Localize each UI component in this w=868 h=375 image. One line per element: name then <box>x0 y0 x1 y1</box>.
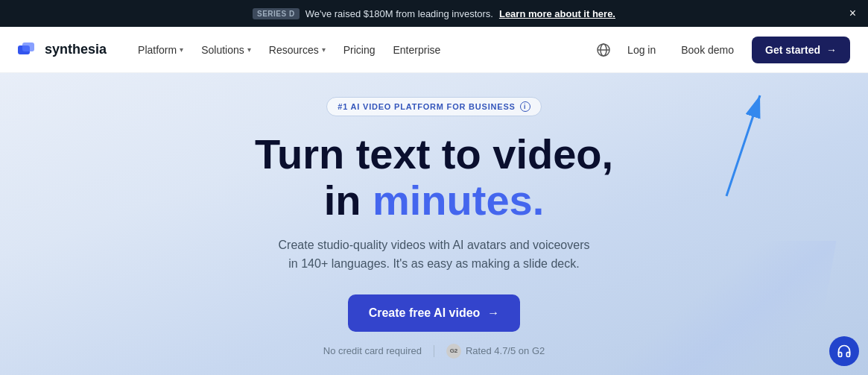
hero-badge: #1 AI VIDEO PLATFORM FOR BUSINESS i <box>326 97 541 116</box>
banner-text: We've raised $180M from leading investor… <box>305 8 493 19</box>
nav-item-resources[interactable]: Resources ▾ <box>262 38 333 62</box>
chat-support-button[interactable] <box>829 336 859 366</box>
svg-rect-1 <box>22 42 34 51</box>
g2-badge: G2 Rated 4.7/5 on G2 <box>446 344 545 359</box>
logo[interactable]: synthesia <box>18 42 107 57</box>
chevron-down-icon: ▾ <box>322 45 326 54</box>
logo-text: synthesia <box>45 42 107 57</box>
g2-logo: G2 <box>446 344 461 359</box>
banner-link[interactable]: Learn more about it here. <box>499 8 615 19</box>
series-badge: SERIES D <box>253 8 300 19</box>
hero-subtitle: Create studio-quality videos with AI ava… <box>278 236 591 274</box>
hero-section: #1 AI VIDEO PLATFORM FOR BUSINESS i Turn… <box>0 73 868 375</box>
hero-social-proof: No credit card required G2 Rated 4.7/5 o… <box>323 344 545 359</box>
hero-cta-button[interactable]: Create free AI video → <box>348 294 521 332</box>
chevron-down-icon: ▾ <box>180 45 183 54</box>
nav-item-platform[interactable]: Platform ▾ <box>130 38 191 62</box>
info-icon[interactable]: i <box>520 101 530 112</box>
nav-links: Platform ▾ Solutions ▾ Resources ▾ Prici… <box>130 38 596 62</box>
chevron-down-icon: ▾ <box>247 45 251 54</box>
globe-icon[interactable] <box>596 42 611 57</box>
nav-item-pricing[interactable]: Pricing <box>336 38 383 62</box>
nav-item-solutions[interactable]: Solutions ▾ <box>194 38 259 62</box>
arrow-right-icon: → <box>826 44 837 56</box>
nav-item-enterprise[interactable]: Enterprise <box>385 38 448 62</box>
headset-icon <box>837 344 852 359</box>
arrow-annotation <box>682 81 779 200</box>
hero-title: Turn text to video, in minutes. <box>255 131 613 223</box>
divider <box>434 345 434 357</box>
logo-icon <box>18 42 39 57</box>
arrow-right-icon: → <box>487 306 499 320</box>
no-credit-card-text: No credit card required <box>323 345 422 356</box>
svg-line-6 <box>726 95 760 196</box>
g2-rating-text: Rated 4.7/5 on G2 <box>466 345 545 356</box>
book-demo-button[interactable]: Book demo <box>672 38 743 62</box>
hero-title-accent: minutes. <box>373 177 544 224</box>
login-button[interactable]: Log in <box>620 38 663 62</box>
announcement-banner: SERIES D We've raised $180M from leading… <box>0 0 868 27</box>
banner-close-button[interactable]: × <box>849 7 856 19</box>
navbar: synthesia Platform ▾ Solutions ▾ Resourc… <box>0 27 868 73</box>
get-started-button[interactable]: Get started → <box>752 37 850 63</box>
nav-right: Log in Book demo Get started → <box>596 37 850 63</box>
